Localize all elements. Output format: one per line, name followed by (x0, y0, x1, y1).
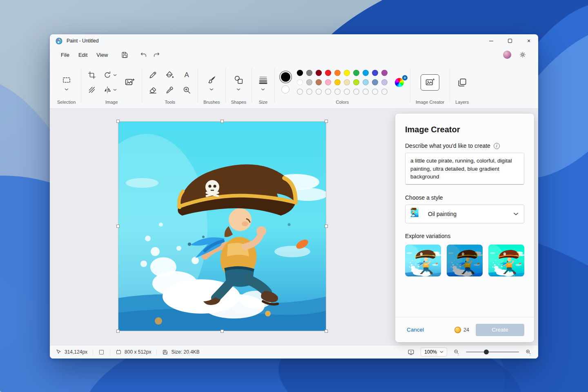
minimize-button[interactable] (482, 34, 501, 47)
color-swatch[interactable] (353, 70, 359, 76)
style-dropdown[interactable]: Oil painting (405, 205, 524, 223)
color-swatch[interactable] (344, 70, 350, 76)
chevron-down-icon[interactable] (65, 88, 69, 91)
edit-colors-button[interactable]: + (395, 78, 405, 87)
undo-button[interactable] (137, 49, 150, 60)
resize-skew-button[interactable] (87, 85, 97, 95)
zoom-level-dropdown[interactable]: 100% (421, 347, 447, 356)
ribbon-divider (252, 68, 252, 102)
color-swatch[interactable] (363, 79, 369, 85)
selection-tool-button[interactable] (61, 74, 72, 86)
undo-icon (140, 51, 147, 59)
close-icon: × (527, 38, 530, 44)
foreground-color-swatch[interactable] (281, 72, 290, 82)
prompt-textarea[interactable]: a little cute pirate, running, colorful,… (405, 153, 524, 185)
zoom-slider[interactable] (466, 348, 519, 356)
chevron-down-icon[interactable] (209, 88, 214, 91)
selection-handle[interactable] (325, 330, 328, 333)
color-swatch-empty[interactable] (363, 89, 369, 95)
color-swatch-empty[interactable] (344, 89, 350, 95)
color-swatch-empty[interactable] (297, 89, 303, 95)
zoom-out-button[interactable] (452, 348, 461, 356)
background-color-swatch[interactable] (281, 85, 290, 94)
color-swatch[interactable] (381, 79, 388, 85)
maximize-button[interactable] (501, 34, 519, 47)
style-label: Choose a style (405, 194, 524, 201)
size-group-label: Size (259, 98, 267, 107)
color-swatch[interactable] (325, 79, 331, 85)
selection-handle[interactable] (325, 225, 328, 228)
pencil-tool-button[interactable] (147, 69, 158, 80)
color-swatch[interactable] (306, 70, 312, 76)
color-swatch[interactable] (381, 70, 388, 76)
eraser-tool-button[interactable] (147, 85, 158, 96)
menu-view[interactable]: View (92, 50, 112, 60)
selection-handle[interactable] (325, 120, 328, 123)
variations-row (405, 245, 524, 276)
color-swatch-empty[interactable] (372, 89, 378, 95)
selection-handle[interactable] (116, 225, 120, 228)
canvas[interactable]: Image Creator Describe what you'd like t… (50, 109, 538, 345)
color-swatch[interactable] (363, 70, 369, 76)
size-button[interactable] (257, 74, 269, 86)
color-swatch-empty[interactable] (334, 89, 341, 95)
menu-file[interactable]: File (56, 50, 74, 60)
close-button[interactable]: × (519, 34, 538, 47)
zoom-slider-track[interactable] (466, 352, 519, 352)
fit-to-screen-button[interactable] (407, 348, 415, 356)
settings-button[interactable] (516, 49, 529, 60)
flip-button[interactable] (102, 85, 118, 95)
user-avatar[interactable] (503, 51, 511, 59)
magnifier-tool-button[interactable] (181, 85, 192, 96)
shapes-button[interactable] (233, 74, 245, 86)
selection-handle[interactable] (220, 330, 224, 333)
titlebar[interactable]: Paint - Untitled × (50, 34, 538, 47)
cursor-icon (56, 349, 62, 355)
color-picker-tool-button[interactable] (164, 85, 175, 96)
menu-edit[interactable]: Edit (74, 50, 92, 60)
color-swatch[interactable] (306, 79, 312, 85)
color-swatch[interactable] (372, 79, 378, 85)
variation-thumbnail-1[interactable] (405, 245, 441, 276)
fill-tool-button[interactable] (164, 69, 175, 80)
variation-thumbnail-2[interactable] (447, 245, 483, 276)
color-swatch[interactable] (353, 79, 359, 85)
layers-button[interactable] (456, 76, 468, 89)
chevron-down-icon[interactable] (261, 88, 265, 91)
color-swatch[interactable] (316, 70, 322, 76)
color-swatch[interactable] (372, 70, 378, 76)
ribbon-group-image: Image (82, 62, 140, 108)
crop-button[interactable] (87, 70, 97, 80)
info-icon[interactable]: i (494, 143, 500, 149)
color-swatch-empty[interactable] (353, 89, 359, 95)
color-swatch[interactable] (325, 70, 331, 76)
selection-handle[interactable] (116, 120, 120, 123)
selected-image[interactable] (118, 122, 326, 331)
zoom-slider-handle[interactable] (484, 350, 489, 354)
variation-thumbnail-3[interactable] (488, 245, 524, 276)
color-swatch[interactable] (297, 70, 303, 76)
chevron-down-icon[interactable] (236, 88, 241, 91)
color-swatch[interactable] (316, 79, 322, 85)
color-swatch-empty[interactable] (325, 89, 331, 95)
image-creator-button[interactable] (421, 74, 439, 91)
rotate-button[interactable] (102, 70, 118, 80)
selection-handle[interactable] (220, 120, 224, 123)
redo-button[interactable] (150, 49, 163, 60)
selection-handle[interactable] (116, 330, 120, 333)
color-swatch[interactable] (344, 79, 350, 85)
brushes-button[interactable] (206, 74, 218, 86)
color-swatch-empty[interactable] (306, 89, 312, 95)
save-button[interactable] (118, 49, 131, 60)
canvas-image[interactable] (118, 122, 326, 331)
remove-background-button[interactable] (123, 76, 136, 89)
color-swatch[interactable] (297, 79, 303, 85)
color-swatch[interactable] (334, 70, 341, 76)
color-swatch-empty[interactable] (316, 89, 322, 95)
zoom-in-button[interactable] (524, 348, 532, 356)
color-swatch-empty[interactable] (381, 89, 388, 95)
create-button[interactable]: Create (476, 324, 524, 336)
color-swatch[interactable] (334, 79, 341, 85)
cancel-button[interactable]: Cancel (404, 325, 426, 334)
text-tool-button[interactable]: A (181, 71, 192, 79)
